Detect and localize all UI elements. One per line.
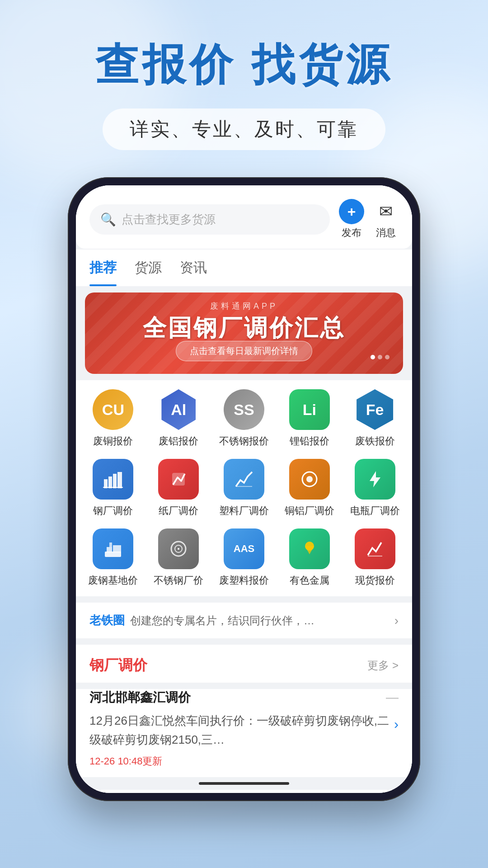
banner[interactable]: 废料通网APP 全国钢厂调价汇总 点击查看每日最新调价详情 (85, 292, 403, 374)
paper-factory-icon (158, 459, 199, 500)
category-nonferrous[interactable]: 有色金属 (277, 528, 342, 587)
battery-factory-icon (355, 459, 395, 500)
category-copper-factory[interactable]: 铜铝厂调价 (277, 459, 342, 518)
steel-price-title: 钢厂调价 (89, 656, 147, 675)
banner-sub-button[interactable]: 点击查看每日最新调价详情 (176, 341, 312, 361)
scroll-content: 废料通网APP 全国钢厂调价汇总 点击查看每日最新调价详情 (76, 286, 412, 793)
copper-factory-label: 铜铝厂调价 (285, 504, 334, 518)
category-stainless-steel[interactable]: SS 不锈钢报价 (211, 389, 277, 448)
message-icon: ✉ (373, 199, 399, 224)
plastic-factory-icon (224, 459, 264, 500)
tab-navigation: 推荐 货源 资讯 (76, 250, 412, 286)
spot-price-label: 现货报价 (355, 574, 395, 587)
phone-outer: 🔍 点击查找更多货源 + 发布 ✉ 消息 推荐 货源 (68, 177, 420, 801)
paper-factory-label: 纸厂调价 (159, 504, 198, 518)
news-item-1[interactable]: 河北邯郸鑫汇调价 — 12月26日鑫汇悦然车间执行价：一级破碎剪切废钢停收,二级… (76, 689, 412, 777)
main-title: 查报价 找货源 (0, 36, 488, 95)
laotie-desc: 创建您的专属名片，结识同行伙伴，… (130, 613, 389, 628)
copper-factory-icon (289, 459, 330, 500)
svg-rect-10 (107, 547, 112, 552)
lithium-label: 锂铅报价 (290, 434, 329, 448)
search-placeholder: 点击查找更多货源 (122, 212, 216, 227)
category-icon-grid: CU 废铜报价 Al 废铝报价 SS 不锈钢报价 Li (76, 380, 412, 596)
waste-iron-label: 废铁报价 (355, 434, 395, 448)
svg-marker-8 (370, 471, 380, 487)
laotie-label: 老铁圈 (89, 613, 125, 628)
stainless-steel-label: 不锈钢报价 (219, 434, 269, 448)
news-item-2[interactable]: 河北邯郸鑫汇调价 ▼ ↓-30 (76, 790, 412, 793)
steel-factory-icon (93, 459, 133, 500)
waste-aluminum-label: 废铝报价 (159, 434, 198, 448)
header-section: 查报价 找货源 详实、专业、及时、可靠 (0, 0, 488, 150)
steel-price-section-header: 钢厂调价 更多 > (76, 645, 412, 683)
subtitle: 详实、专业、及时、可靠 (103, 108, 385, 150)
nonferrous-icon (289, 528, 330, 569)
lithium-icon: Li (289, 389, 330, 430)
banner-dot-2 (378, 355, 382, 359)
svg-rect-2 (113, 474, 117, 488)
phone-home-indicator (199, 782, 289, 785)
stainless-steel-icon: SS (224, 389, 264, 430)
message-action[interactable]: ✉ 消息 (373, 199, 399, 240)
app-content: 🔍 点击查找更多货源 + 发布 ✉ 消息 推荐 货源 (76, 185, 412, 793)
scrap-base-label: 废钢基地价 (88, 574, 138, 587)
phone-mockup: 🔍 点击查找更多货源 + 发布 ✉ 消息 推荐 货源 (68, 177, 420, 801)
search-bar[interactable]: 🔍 点击查找更多货源 (89, 204, 330, 235)
waste-copper-label: 废铜报价 (93, 434, 133, 448)
category-waste-iron[interactable]: Fe 废铁报价 (342, 389, 408, 448)
search-icon: 🔍 (100, 212, 116, 227)
category-plastic-price[interactable]: AAS 废塑料报价 (211, 528, 277, 587)
news-1-text: 12月26日鑫汇悦然车间执行价：一级破碎剪切废钢停收,二级破碎剪切废钢2150,… (89, 712, 389, 749)
laotie-arrow-icon: › (394, 613, 399, 628)
publish-action[interactable]: + 发布 (339, 199, 364, 240)
category-lithium[interactable]: Li 锂铅报价 (277, 389, 342, 448)
banner-main-text: 全国钢厂调价汇总 (85, 312, 403, 344)
banner-dots (371, 355, 389, 359)
ss-factory-label: 不锈钢厂价 (154, 574, 203, 587)
nonferrous-label: 有色金属 (290, 574, 329, 587)
news-1-dash: — (386, 690, 399, 705)
news-1-title: 河北邯郸鑫汇调价 — (89, 689, 399, 712)
laotie-section[interactable]: 老铁圈 创建您的专属名片，结识同行伙伴，… › (76, 603, 412, 638)
category-ss-factory[interactable]: 不锈钢厂价 (146, 528, 211, 587)
tab-news[interactable]: 资讯 (180, 250, 207, 286)
category-plastic-factory[interactable]: 塑料厂调价 (211, 459, 277, 518)
news-1-arrow-icon: › (394, 713, 399, 735)
plastic-factory-label: 塑料厂调价 (219, 504, 269, 518)
category-battery-factory[interactable]: 电瓶厂调价 (342, 459, 408, 518)
ss-factory-icon (158, 528, 199, 569)
category-waste-aluminum[interactable]: Al 废铝报价 (146, 389, 211, 448)
waste-iron-icon: Fe (355, 389, 395, 430)
svg-point-7 (306, 476, 313, 482)
phone-inner: 🔍 点击查找更多货源 + 发布 ✉ 消息 推荐 货源 (76, 185, 412, 793)
search-header: 🔍 点击查找更多货源 + 发布 ✉ 消息 (76, 185, 412, 249)
scrap-base-icon (93, 528, 133, 569)
svg-rect-3 (117, 472, 122, 488)
steel-price-more[interactable]: 更多 > (367, 658, 399, 673)
spot-price-icon (355, 528, 395, 569)
plastic-price-icon: AAS (224, 528, 264, 569)
plastic-price-label: 废塑料报价 (219, 574, 269, 587)
battery-factory-label: 电瓶厂调价 (350, 504, 400, 518)
svg-point-15 (178, 548, 179, 550)
message-label: 消息 (376, 226, 396, 240)
publish-label: 发布 (342, 226, 361, 240)
category-spot-price[interactable]: 现货报价 (342, 528, 408, 587)
waste-copper-icon: CU (93, 389, 133, 430)
news-1-content: 12月26日鑫汇悦然车间执行价：一级破碎剪切废钢停收,二级破碎剪切废钢2150,… (89, 712, 399, 749)
banner-dot-1 (371, 355, 375, 359)
category-scrap-base[interactable]: 废钢基地价 (80, 528, 146, 587)
banner-app-name: 废料通网APP (85, 301, 403, 311)
category-waste-copper[interactable]: CU 废铜报价 (80, 389, 146, 448)
category-paper-factory[interactable]: 纸厂调价 (146, 459, 211, 518)
steel-factory-label: 钢厂调价 (93, 504, 133, 518)
publish-icon: + (339, 199, 364, 224)
tab-supply[interactable]: 货源 (135, 250, 162, 286)
svg-rect-11 (113, 545, 121, 552)
category-steel-factory[interactable]: 钢厂调价 (80, 459, 146, 518)
news-1-time: 12-26 10:48更新 (89, 755, 399, 768)
banner-dot-3 (385, 355, 389, 359)
svg-rect-1 (108, 476, 112, 488)
tab-recommend[interactable]: 推荐 (89, 250, 117, 286)
waste-aluminum-icon: Al (160, 389, 197, 430)
